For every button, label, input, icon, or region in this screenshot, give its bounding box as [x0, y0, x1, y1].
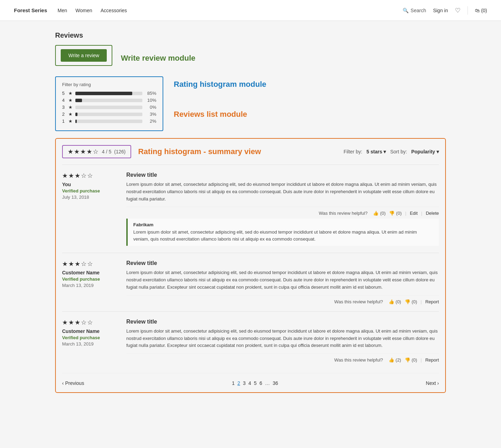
- helpful-label-1: Was this review helpful?: [334, 299, 383, 304]
- review-body-1: Lorem ipsum dolor sit amet, consectetur …: [126, 269, 439, 291]
- nav-links: Men Women Accessories: [58, 8, 127, 13]
- review-title-2: Review title: [126, 319, 439, 325]
- hist-num-2: 2: [62, 112, 66, 117]
- hist-bar-bg-1[interactable]: [75, 120, 142, 123]
- page-6[interactable]: 6: [260, 380, 262, 386]
- review-layout: ★★★☆☆ Customer Name Verified purchase Ma…: [62, 260, 439, 304]
- histogram-row-5: 5 ★ 85%: [62, 91, 156, 96]
- previous-button[interactable]: ‹ Previous: [62, 380, 84, 386]
- chevron-right-icon: ›: [437, 380, 439, 386]
- hist-pct-5: 85%: [145, 91, 156, 96]
- page-2[interactable]: 2: [237, 380, 240, 386]
- summary-row: ★★★★☆ 4 / 5 (126) Rating histogram - sum…: [62, 145, 439, 158]
- nav-link-accessories[interactable]: Accessories: [100, 8, 127, 13]
- review-title-0: Review title: [126, 172, 439, 178]
- page-3[interactable]: 3: [243, 380, 246, 386]
- review-right-1: Review title Lorem ipsum dolor sit amet,…: [126, 260, 439, 304]
- hist-star-3: ★: [68, 105, 73, 110]
- hist-bar-bg-3[interactable]: [75, 106, 142, 109]
- sort-by-select[interactable]: Popularity ▾: [411, 149, 439, 154]
- filter-by-select[interactable]: 5 stars ▾: [366, 149, 386, 154]
- filter-by-label: Filter by:: [344, 149, 362, 154]
- review-date-1: March 13, 2019: [62, 283, 118, 288]
- hist-bar-bg-4[interactable]: [75, 99, 142, 102]
- search-label: Search: [411, 8, 426, 13]
- hist-num-5: 5: [62, 91, 66, 96]
- histogram-row: Filter by rating 5 ★ 85% 4 ★: [55, 76, 446, 131]
- brand-logo[interactable]: Forest Series: [14, 7, 47, 13]
- histogram-bars: 5 ★ 85% 4 ★ 10%: [62, 91, 156, 124]
- search-button[interactable]: 🔍 Search: [403, 8, 426, 13]
- histogram-summary-label: Rating histogram - summary view: [138, 147, 261, 156]
- nav-link-men[interactable]: Men: [58, 8, 67, 13]
- search-icon: 🔍: [403, 8, 409, 13]
- thumbs-up-btn-2[interactable]: 👍 (2): [389, 357, 401, 363]
- histogram-module-label: Rating histogram module: [174, 80, 266, 89]
- write-review-button[interactable]: Write a review: [61, 49, 107, 62]
- delete-link-0[interactable]: Delete: [426, 211, 439, 216]
- review-date-0: July 13, 2018: [62, 195, 118, 200]
- wishlist-icon[interactable]: ♡: [455, 7, 461, 14]
- next-label: Next: [426, 380, 436, 386]
- review-verified-2: Verified purchase: [62, 335, 118, 340]
- thumbs-down-btn-1[interactable]: 👎 (0): [405, 299, 417, 304]
- thumbs-down-btn-0[interactable]: 👎 (0): [389, 211, 402, 216]
- hist-bar-fill-2: [75, 113, 77, 116]
- thumbs-down-btn-2[interactable]: 👎 (0): [405, 357, 417, 363]
- review-author-1: Customer Name: [62, 270, 118, 275]
- page-4[interactable]: 4: [248, 380, 251, 386]
- review-card: ★★★☆☆ Customer Name Verified purchase Ma…: [62, 311, 439, 370]
- nav-link-women[interactable]: Women: [75, 8, 92, 13]
- reviews-list-module: ★★★★☆ 4 / 5 (126) Rating histogram - sum…: [55, 138, 446, 393]
- helpful-row-1: Was this review helpful? 👍 (0) 👎 (0) | R…: [126, 295, 439, 304]
- hist-bar-bg-2[interactable]: [75, 113, 142, 116]
- hist-bar-bg-5[interactable]: [75, 92, 142, 95]
- review-stars-0: ★★★☆☆: [62, 172, 118, 180]
- response-box-0: Fabrikam Lorem ipsum dolor sit amet, con…: [126, 219, 439, 246]
- helpful-row-2: Was this review helpful? 👍 (2) 👎 (0) | R…: [126, 354, 439, 363]
- hist-bar-fill-4: [75, 99, 82, 102]
- review-left: ★★★☆☆ Customer Name Verified purchase Ma…: [62, 260, 118, 304]
- signin-button[interactable]: Sign in: [433, 8, 448, 13]
- reviews-heading: Reviews: [55, 31, 446, 39]
- report-link-1[interactable]: Report: [425, 299, 439, 304]
- chevron-left-icon: ‹: [62, 380, 64, 386]
- histogram-row-4: 4 ★ 10%: [62, 98, 156, 103]
- page-36[interactable]: 36: [272, 380, 278, 386]
- histogram-row-3: 3 ★ 0%: [62, 105, 156, 110]
- thumbs-up-btn-1[interactable]: 👍 (0): [389, 299, 401, 304]
- hist-pct-4: 10%: [145, 98, 156, 103]
- page-5[interactable]: 5: [254, 380, 257, 386]
- edit-link-0[interactable]: Edit: [410, 211, 418, 216]
- response-author-0: Fabrikam: [133, 222, 433, 227]
- helpful-label-2: Was this review helpful?: [334, 357, 383, 363]
- summary-score: 4 / 5: [102, 149, 111, 154]
- hist-pct-3: 0%: [145, 105, 156, 110]
- nav-right: 🔍 Search Sign in ♡ 🛍 (0): [403, 6, 487, 15]
- histogram-row-2: 2 ★ 3%: [62, 112, 156, 117]
- hist-bar-fill-1: [75, 120, 77, 123]
- module-labels: Rating histogram module Reviews list mod…: [163, 76, 266, 119]
- review-stars-2: ★★★☆☆: [62, 319, 118, 326]
- review-right-0: Review title Lorem ipsum dolor sit amet,…: [126, 172, 439, 246]
- report-link-2[interactable]: Report: [425, 357, 439, 363]
- next-button[interactable]: Next ›: [426, 380, 439, 386]
- previous-label: Previous: [65, 380, 84, 386]
- review-verified-1: Verified purchase: [62, 276, 118, 282]
- review-body-2: Lorem ipsum dolor sit amet, consectetur …: [126, 328, 439, 349]
- thumbs-up-btn-0[interactable]: 👍 (0): [373, 211, 386, 216]
- hist-bar-fill-5: [75, 92, 132, 95]
- review-body-0: Lorem ipsum dolor sit amet, consectetur …: [126, 181, 439, 203]
- reviews-list-module-label: Reviews list module: [174, 110, 266, 119]
- hist-pct-1: 2%: [145, 119, 156, 124]
- histogram-filter-title: Filter by rating: [62, 82, 156, 87]
- write-review-row: Write a review Write review module: [55, 45, 446, 71]
- page-ellipsis: …: [265, 380, 270, 386]
- cart-count: (0): [481, 8, 487, 13]
- cart-button[interactable]: 🛍 (0): [475, 8, 487, 13]
- review-verified-0: Verified purchase: [62, 188, 118, 193]
- hist-star-4: ★: [68, 98, 73, 103]
- review-title-1: Review title: [126, 260, 439, 266]
- review-author-0: You: [62, 182, 118, 187]
- page-1[interactable]: 1: [232, 380, 235, 386]
